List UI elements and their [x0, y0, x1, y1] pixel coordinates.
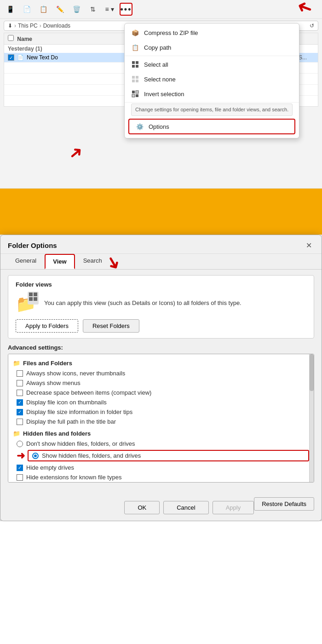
breadcrumb-thispc[interactable]: This PC — [18, 23, 38, 29]
menu-separator-2 — [125, 102, 299, 103]
file-checkbox[interactable]: ✓ — [8, 54, 14, 61]
folder-views-buttons: Apply to Folders Reset Folders — [16, 319, 306, 333]
scrollbar-thumb[interactable] — [310, 354, 314, 391]
setting-hide-empty-drives[interactable]: ✓ Hide empty drives — [13, 463, 309, 472]
radio-dont-show-hidden[interactable] — [17, 441, 23, 447]
setting-hide-extensions[interactable]: Hide extensions for known file types — [13, 472, 309, 482]
select-none-icon — [131, 75, 139, 83]
advanced-settings-box: 📁 Files and Folders Always show icons, n… — [8, 354, 314, 483]
checkbox-full-path[interactable] — [17, 419, 23, 425]
invert-icon — [131, 90, 139, 98]
breadcrumb-refresh[interactable]: ↺ — [310, 23, 314, 29]
dialog-tabs: General View Search — [0, 254, 322, 270]
dialog-close-button[interactable]: ✕ — [303, 240, 314, 251]
menu-item-copy-path[interactable]: 📋 Copy path — [125, 40, 299, 55]
bottom-buttons: OK Cancel Apply — [8, 501, 254, 514]
icon-copy[interactable]: 📄 — [20, 3, 33, 16]
breadcrumb-separator1: › — [14, 23, 16, 29]
copy-path-icon: 📋 — [131, 43, 139, 52]
svg-rect-10 — [132, 94, 135, 97]
folder-icon-stack: 📁 — [16, 292, 39, 315]
icon-sort[interactable]: ⇅ — [86, 3, 99, 16]
svg-rect-1 — [136, 61, 138, 64]
folder-grid-icon — [28, 292, 39, 305]
folder-views-content: 📁 You can apply this view (such as Detai… — [16, 292, 306, 315]
svg-rect-15 — [34, 297, 37, 301]
setting-full-path[interactable]: Display the full path in the title bar — [13, 417, 309, 426]
icon-view[interactable]: ≡ ▾ — [103, 3, 116, 16]
menu-item-select-all[interactable]: Select all — [125, 57, 299, 72]
setting-file-icon-thumbnails[interactable]: ✓ Display file icon on thumbnails — [13, 397, 309, 407]
setting-always-menus[interactable]: Always show menus — [13, 378, 309, 388]
apply-to-folders-button[interactable]: Apply to Folders — [16, 319, 78, 333]
radio-show-hidden[interactable] — [32, 453, 39, 459]
svg-rect-6 — [132, 80, 135, 82]
restore-defaults-button[interactable]: Restore Defaults — [254, 497, 314, 511]
breadcrumb-downloads[interactable]: Downloads — [43, 23, 70, 29]
tab-general[interactable]: General — [8, 254, 44, 269]
more-options-button[interactable]: ••• — [120, 3, 132, 16]
checkbox-hide-empty-drives[interactable]: ✓ — [17, 465, 23, 471]
icon-rename[interactable]: ✏️ — [53, 3, 66, 16]
checkbox-always-icons[interactable] — [17, 370, 23, 377]
files-folder-icon: 📁 — [13, 360, 20, 367]
icon-delete[interactable]: 🗑️ — [70, 3, 83, 16]
setting-dont-show-hidden[interactable]: Don't show hidden files, folders, or dri… — [13, 439, 309, 448]
setting-show-hidden-container: ➜ Show hidden files, folders, and drives — [13, 449, 309, 462]
dialog-footer: Restore Defaults OK Cancel Apply — [0, 494, 322, 521]
svg-rect-12 — [29, 293, 33, 296]
file-type-icon: 📄 — [17, 54, 24, 61]
advanced-title: Advanced settings: — [8, 344, 314, 351]
icon-move[interactable]: 📋 — [37, 3, 50, 16]
setting-show-hidden[interactable]: Show hidden files, folders, and drives — [28, 450, 309, 461]
select-all-checkbox[interactable] — [8, 35, 14, 41]
cancel-button[interactable]: Cancel — [163, 501, 208, 514]
explorer-section: 📱 📄 📋 ✏️ 🗑️ ⇅ ≡ ▾ ••• ➜ ⬇ › This PC › Do… — [0, 0, 322, 189]
yellow-band — [0, 189, 322, 235]
group-files-folders: 📁 Files and Folders — [13, 360, 309, 367]
svg-rect-5 — [136, 76, 138, 79]
group-hidden-files: 📁 Hidden files and folders — [13, 430, 309, 437]
svg-rect-0 — [132, 61, 135, 64]
dialog-backdrop: ➜ Folder Options ✕ General View Search F… — [0, 235, 322, 521]
svg-rect-14 — [29, 297, 33, 301]
advanced-section: Advanced settings: 📁 Files and Folders A… — [8, 344, 314, 483]
setting-file-size-info[interactable]: ✓ Display file size information in folde… — [13, 407, 309, 417]
menu-item-select-none[interactable]: Select none — [125, 72, 299, 86]
reset-folders-button[interactable]: Reset Folders — [83, 319, 139, 333]
context-menu: 📦 Compress to ZIP file 📋 Copy path Selec… — [124, 23, 299, 138]
menu-item-compress[interactable]: 📦 Compress to ZIP file — [125, 25, 299, 40]
svg-rect-8 — [132, 91, 135, 93]
svg-rect-2 — [132, 65, 135, 68]
menu-separator-1 — [125, 56, 299, 56]
icon-phone[interactable]: 📱 — [4, 3, 17, 16]
menu-item-options[interactable]: ⚙️ Options — [128, 119, 295, 134]
svg-rect-13 — [34, 293, 37, 296]
folder-views-section: Folder views 📁 You can — [8, 275, 314, 339]
checkbox-always-menus[interactable] — [17, 380, 23, 386]
arrow-show-hidden-icon: ➜ — [17, 450, 25, 462]
checkbox-compact-view[interactable] — [17, 390, 23, 396]
folder-views-title: Folder views — [16, 281, 306, 288]
folder-options-dialog: ➜ Folder Options ✕ General View Search F… — [0, 235, 322, 521]
toolbar: 📱 📄 📋 ✏️ 🗑️ ⇅ ≡ ▾ ••• — [0, 0, 322, 19]
dialog-title: Folder Options — [8, 242, 57, 249]
apply-button[interactable]: Apply — [213, 501, 254, 514]
folder-views-description: You can apply this view (such as Details… — [44, 299, 306, 307]
svg-rect-3 — [136, 65, 138, 68]
setting-always-icons[interactable]: Always show icons, never thumbnails — [13, 368, 309, 378]
breadcrumb-sep2: › — [40, 23, 41, 29]
setting-compact-view[interactable]: Decrease space between items (compact vi… — [13, 388, 309, 397]
breadcrumb-arrow: ⬇ — [8, 23, 12, 29]
hidden-files-folder-icon: 📁 — [13, 430, 20, 437]
dialog-titlebar: Folder Options ✕ — [0, 235, 322, 254]
arrow-to-options-icon: ➜ — [64, 141, 87, 164]
tab-view[interactable]: View — [45, 254, 75, 269]
checkbox-hide-extensions[interactable] — [17, 474, 23, 481]
select-all-icon — [131, 60, 139, 69]
checkbox-file-icon-thumbnails[interactable]: ✓ — [17, 399, 23, 406]
options-tooltip: Change settings for opening items, file … — [131, 104, 293, 116]
ok-button[interactable]: OK — [124, 501, 160, 514]
checkbox-file-size-info[interactable]: ✓ — [17, 409, 23, 415]
menu-item-invert[interactable]: Invert selection — [125, 86, 299, 101]
